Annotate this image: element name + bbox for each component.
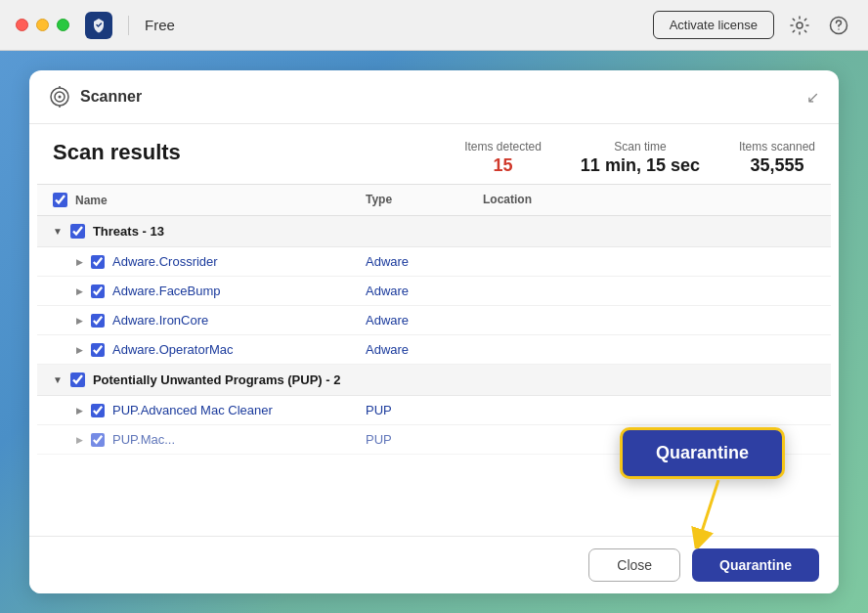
item-name-crossrider: Adware.Crossrider: [112, 254, 218, 269]
svg-point-2: [838, 28, 840, 30]
col-header-type: Type: [366, 193, 483, 207]
item-chevron[interactable]: ▶: [76, 435, 83, 445]
quarantine-tooltip: Quarantine: [620, 427, 785, 479]
scan-results-title: Scan results: [53, 140, 181, 165]
svg-point-0: [797, 22, 803, 28]
items-scanned-label: Items scanned: [739, 140, 815, 153]
scan-time-label: Scan time: [581, 140, 700, 153]
item-name-facebump: Adware.FaceBump: [112, 284, 221, 298]
main-content: Scanner ↙ Scan results Items detected 15…: [0, 51, 868, 613]
table-row: ▶ Adware.OperatorMac Adware: [37, 335, 831, 365]
item-type-amc: PUP: [366, 403, 483, 417]
select-all-checkbox[interactable]: [53, 193, 67, 207]
item-checkbox-operatormac[interactable]: [91, 343, 105, 357]
table-row: ▶ Adware.IronCore Adware: [37, 306, 831, 335]
item-chevron[interactable]: ▶: [76, 406, 83, 416]
group-name-cell-threats: ▼ Threats - 13: [53, 224, 366, 239]
item-name-cell: ▶ Adware.IronCore: [53, 313, 366, 328]
group-name-cell-pup: ▼ Potentially Unwanted Programs (PUP) - …: [53, 372, 366, 387]
app-logo: Free: [85, 12, 175, 39]
stat-scan-time: Scan time 11 min, 15 sec: [581, 140, 700, 176]
stats-container: Items detected 15 Scan time 11 min, 15 s…: [464, 140, 815, 176]
table-row: ▶ Adware.Crossrider Adware: [37, 247, 831, 277]
threats-chevron[interactable]: ▼: [53, 226, 63, 237]
threats-group-label: Threats - 13: [93, 224, 164, 239]
item-checkbox-pup2[interactable]: [91, 433, 105, 447]
expand-icon[interactable]: ↙: [806, 88, 819, 107]
item-chevron[interactable]: ▶: [76, 316, 83, 326]
item-name-cell: ▶ Adware.Crossrider: [53, 254, 366, 269]
close-button[interactable]: [16, 19, 28, 31]
item-checkbox-amc[interactable]: [91, 404, 105, 417]
item-name-cell: ▶ Adware.OperatorMac: [53, 342, 366, 357]
quarantine-arrow: [684, 480, 733, 548]
item-chevron[interactable]: ▶: [76, 257, 83, 267]
quarantine-button[interactable]: Quarantine: [692, 548, 819, 582]
items-detected-value: 15: [493, 155, 512, 175]
items-detected-label: Items detected: [464, 140, 542, 153]
svg-line-9: [699, 480, 718, 541]
svg-point-5: [59, 96, 62, 99]
group-row-threats: ▼ Threats - 13: [37, 216, 831, 247]
item-name-operatormac: Adware.OperatorMac: [112, 342, 234, 357]
scan-time-value: 11 min, 15 sec: [581, 155, 700, 175]
separator: [128, 16, 129, 35]
scanner-header: Scanner ↙: [29, 70, 839, 124]
col-header-location: Location: [483, 193, 815, 207]
bottom-actions: Quarantine Close Quarantine: [29, 536, 839, 593]
items-scanned-value: 35,555: [750, 155, 803, 175]
item-checkbox-facebump[interactable]: [91, 285, 105, 298]
stat-items-scanned: Items scanned 35,555: [739, 140, 815, 176]
group-row-pup: ▼ Potentially Unwanted Programs (PUP) - …: [37, 365, 831, 396]
app-icon: [85, 12, 112, 39]
scanner-icon: [49, 86, 70, 108]
item-checkbox-crossrider[interactable]: [91, 255, 105, 269]
maximize-button[interactable]: [57, 19, 69, 31]
table-row: ▶ Adware.FaceBump Adware: [37, 277, 831, 306]
item-name-cell: ▶ Adware.FaceBump: [53, 284, 366, 298]
item-chevron[interactable]: ▶: [76, 345, 83, 355]
item-chevron[interactable]: ▶: [76, 286, 83, 296]
table-header: Name Type Location: [37, 184, 831, 216]
app-tier-label: Free: [145, 17, 175, 33]
item-name-cell: ▶ PUP.Advanced Mac Cleaner: [53, 403, 366, 417]
scanner-title: Scanner: [80, 88, 142, 106]
titlebar: Free Activate license: [0, 0, 868, 51]
item-type-crossrider: Adware: [366, 254, 483, 269]
close-button[interactable]: Close: [588, 548, 680, 582]
activate-license-button[interactable]: Activate license: [653, 11, 774, 39]
scanner-panel: Scanner ↙ Scan results Items detected 15…: [29, 70, 839, 593]
item-checkbox-ironcore[interactable]: [91, 314, 105, 328]
table-row: ▶ PUP.Advanced Mac Cleaner PUP: [37, 396, 831, 425]
item-type-facebump: Adware: [366, 284, 483, 298]
minimize-button[interactable]: [36, 19, 49, 31]
scanner-title-area: Scanner: [49, 86, 142, 108]
pup-group-label: Potentially Unwanted Programs (PUP) - 2: [93, 372, 341, 387]
threats-group-checkbox[interactable]: [70, 224, 85, 239]
settings-icon[interactable]: [786, 12, 813, 39]
item-type-ironcore: Adware: [366, 313, 483, 328]
stat-items-detected: Items detected 15: [464, 140, 542, 176]
item-type-pup2: PUP: [366, 432, 483, 447]
item-name-ironcore: Adware.IronCore: [112, 313, 208, 328]
scan-results-area: Scan results Items detected 15 Scan time…: [29, 124, 839, 184]
col-header-name: Name: [53, 193, 366, 207]
help-icon[interactable]: [825, 12, 852, 39]
traffic-lights: [16, 19, 69, 31]
item-type-operatormac: Adware: [366, 342, 483, 357]
pup-chevron[interactable]: ▼: [53, 374, 63, 385]
item-name-cell: ▶ PUP.Mac...: [53, 432, 366, 447]
titlebar-actions: Activate license: [653, 11, 852, 39]
pup-group-checkbox[interactable]: [70, 372, 85, 387]
item-name-pup2: PUP.Mac...: [112, 432, 175, 447]
item-name-amc: PUP.Advanced Mac Cleaner: [112, 403, 273, 417]
